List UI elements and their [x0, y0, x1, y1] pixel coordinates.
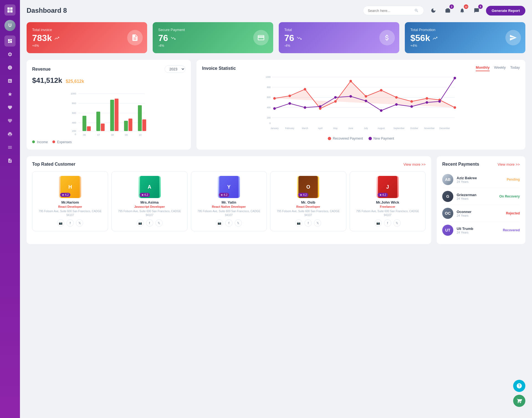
sidebar-logo[interactable] [4, 4, 16, 16]
search-box[interactable] [363, 6, 424, 15]
twitter-1[interactable]: 𝕏 [155, 219, 163, 227]
svg-text:April: April [318, 127, 323, 130]
svg-point-67 [454, 77, 456, 79]
stat-cards: Total invoice 783k +4% Secure Payment 76… [27, 22, 525, 53]
svg-point-42 [273, 97, 276, 100]
instagram-1[interactable]: 📷 [137, 219, 144, 227]
svg-point-52 [426, 97, 428, 100]
sidebar-item-analytics[interactable] [4, 75, 16, 86]
sidebar-item-likes[interactable] [4, 102, 16, 113]
customer-card-4: J ★4.2 Mr.John Wick Freelancer 795 Folso… [350, 171, 426, 231]
facebook-2[interactable]: f [225, 219, 232, 227]
stat-trend-promotion: +4% [410, 44, 520, 48]
sidebar-item-favorites[interactable] [4, 89, 16, 100]
notifications-btn[interactable]: 12 [457, 6, 467, 16]
sidebar-item-dashboard[interactable] [4, 35, 16, 47]
svg-text:600: 600 [267, 96, 271, 99]
svg-text:December: December [439, 127, 450, 130]
customer-name-2: Mr. Yatin [195, 200, 263, 204]
svg-text:10: 10 [139, 134, 142, 136]
float-support-btn[interactable] [513, 380, 525, 392]
sidebar-item-purple-heart[interactable] [4, 115, 16, 126]
customer-addr-3: 795 Folsom Ave, Suite 600 San Francisco,… [274, 209, 342, 217]
sidebar-item-info[interactable] [4, 62, 16, 73]
rating-badge-0: ★4.2 [60, 193, 70, 197]
svg-text:200: 200 [267, 117, 271, 119]
payment-item-3: UT Uli Trumb 24 Years Recovered [442, 222, 520, 239]
stat-icon-total [379, 30, 395, 45]
facebook-3[interactable]: f [305, 219, 312, 227]
generate-report-btn[interactable]: Generate Report [486, 6, 525, 16]
messages-btn[interactable]: 5 [472, 6, 482, 16]
svg-text:600: 600 [72, 112, 76, 114]
invoice-title: Invoice Statistic [202, 66, 236, 71]
customers-view-more[interactable]: View more >> [403, 162, 426, 166]
svg-rect-19 [110, 100, 114, 131]
bar-chart-svg: 1000 800 600 400 200 0 [32, 88, 185, 138]
svg-text:1000: 1000 [71, 92, 76, 95]
year-select[interactable]: 2023 2022 2021 [165, 65, 185, 73]
tab-today[interactable]: Today [510, 65, 520, 71]
facebook-0[interactable]: f [66, 219, 74, 227]
customers-title: Top Rated Customer [32, 162, 75, 167]
user-avatar[interactable]: U [4, 20, 16, 31]
customer-role-3: React Developer [274, 205, 342, 208]
twitter-4[interactable]: 𝕏 [393, 219, 401, 227]
search-input[interactable] [368, 9, 412, 13]
stat-trend-secure: -4% [158, 44, 268, 48]
sidebar-item-settings[interactable] [4, 49, 16, 60]
svg-point-65 [426, 101, 428, 104]
stat-card-secure: Secure Payment 76 -4% [153, 22, 273, 53]
svg-text:February: February [285, 127, 295, 130]
instagram-3[interactable]: 📷 [295, 219, 302, 227]
svg-rect-23 [138, 105, 142, 131]
social-icons-3: 📷 f 𝕏 [274, 219, 342, 227]
svg-text:November: November [424, 127, 435, 130]
svg-text:March: March [302, 127, 308, 130]
facebook-1[interactable]: f [146, 219, 153, 227]
svg-text:0: 0 [75, 133, 76, 136]
twitter-2[interactable]: 𝕏 [235, 219, 242, 227]
payments-view-more[interactable]: View more >> [498, 162, 520, 166]
payment-item-2: OC Oconner 24 Years Rejected [442, 205, 520, 222]
avatar-placeholder-2: OC [442, 208, 453, 219]
customer-name-1: Mrs.Asima [115, 200, 184, 204]
expenses-dot [52, 140, 55, 143]
tab-weekly[interactable]: Weekly [494, 65, 506, 71]
payment-status-1: On Recovery [499, 194, 520, 198]
social-icons-0: 📷 f 𝕏 [36, 219, 104, 227]
customer-role-1: Javascript Developer [115, 205, 184, 208]
float-cart-btn[interactable] [513, 395, 525, 407]
stat-card-total: Total 76 -4% [279, 22, 399, 53]
sidebar-item-menu[interactable] [4, 142, 16, 153]
instagram-0[interactable]: 📷 [57, 219, 64, 227]
svg-point-47 [349, 80, 352, 82]
payment-avatar-3: UT [442, 225, 453, 236]
stat-icon-invoice [127, 30, 143, 45]
svg-point-55 [273, 107, 276, 110]
svg-text:200: 200 [72, 130, 76, 132]
rating-badge-1: ★4.2 [140, 193, 150, 197]
payment-name-3: Uli Trumb [457, 227, 500, 231]
payment-status-3: Recovered [503, 228, 520, 232]
twitter-3[interactable]: 𝕏 [314, 219, 321, 227]
avatar-placeholder-1: G [442, 191, 453, 202]
gift-icon-btn[interactable]: 2 [443, 6, 453, 16]
svg-rect-15 [83, 116, 86, 131]
theme-toggle[interactable] [428, 6, 438, 16]
search-icon [414, 8, 419, 13]
facebook-4[interactable]: f [384, 219, 391, 227]
instagram-2[interactable]: 📷 [216, 219, 223, 227]
twitter-0[interactable]: 𝕏 [76, 219, 83, 227]
tab-monthly[interactable]: Monthly [476, 65, 490, 71]
gift-badge: 2 [449, 4, 454, 9]
payment-avatar-0: AB [442, 174, 453, 185]
customers-header: Top Rated Customer View more >> [32, 162, 426, 167]
instagram-4[interactable]: 📷 [375, 219, 382, 227]
payment-info-1: Griezerman 24 Years [457, 193, 496, 200]
invoice-header: Invoice Statistic Monthly Weekly Today [202, 65, 520, 71]
revenue-card: Revenue 2023 2022 2021 $41,512k $25,612k [27, 60, 191, 150]
sidebar-item-print[interactable] [4, 129, 16, 140]
sidebar-item-reports[interactable] [4, 155, 16, 166]
svg-text:July: July [364, 127, 369, 130]
